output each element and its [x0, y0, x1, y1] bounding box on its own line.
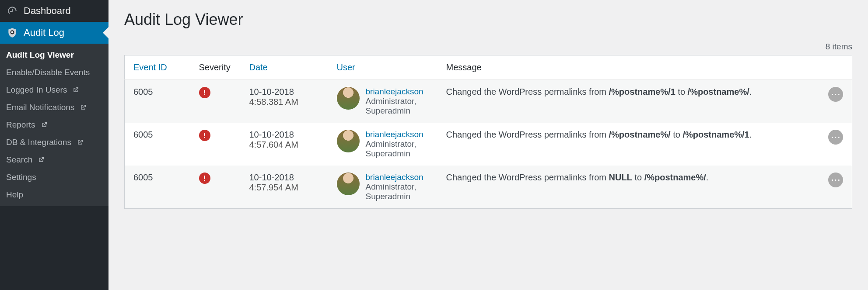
external-link-icon — [38, 156, 45, 163]
cell-date: 10-10-20184:57.604 AM — [241, 123, 328, 166]
subnav-logged-in-users[interactable]: Logged In Users — [0, 81, 108, 99]
col-user[interactable]: User — [328, 55, 438, 80]
cell-actions: ⋯ — [819, 80, 852, 123]
time-value: 4:57.604 AM — [249, 140, 319, 150]
cell-user: brianleejacksonAdministrator, Superadmin — [328, 166, 438, 209]
subnav-label: Reports — [6, 120, 35, 130]
items-count: 8 items — [124, 42, 852, 52]
message-part: . — [706, 173, 709, 182]
cell-event-id: 6005 — [125, 80, 190, 123]
main-content: Audit Log Viewer 8 items Event ID Severi… — [108, 0, 868, 290]
message-part: to — [671, 130, 683, 139]
sidebar-top-nav: Dashboard Audit Log — [0, 0, 108, 44]
subnav-enable-disable-events[interactable]: Enable/Disable Events — [0, 64, 108, 81]
avatar — [337, 173, 360, 195]
subnav-help[interactable]: Help — [0, 186, 108, 204]
subnav-label: Settings — [6, 173, 36, 182]
message-part: . — [749, 87, 752, 97]
subnav-label: Enable/Disable Events — [6, 68, 90, 77]
message-part: /%postname%/ — [609, 130, 671, 139]
table-row: 6005!10-10-20184:58.381 AMbrianleejackso… — [125, 80, 852, 123]
severity-critical-icon: ! — [199, 87, 210, 98]
message-part: to — [676, 87, 688, 97]
col-actions — [819, 55, 852, 80]
col-date[interactable]: Date — [241, 55, 328, 80]
sidebar-item-dashboard[interactable]: Dashboard — [0, 0, 108, 22]
subnav-label: Audit Log Viewer — [6, 50, 74, 60]
row-actions-button[interactable]: ⋯ — [828, 173, 843, 187]
message-part: to — [632, 173, 644, 182]
message-part: NULL — [609, 173, 632, 182]
table-row: 6005!10-10-20184:57.954 AMbrianleejackso… — [125, 166, 852, 209]
subnav-label: Search — [6, 155, 32, 165]
cell-user: brianleejacksonAdministrator, Superadmin — [328, 80, 438, 123]
user-name-link[interactable]: brianleejackson — [366, 87, 429, 97]
sidebar-item-label: Dashboard — [24, 5, 71, 17]
user-name-link[interactable]: brianleejackson — [366, 173, 429, 182]
external-link-icon — [77, 139, 84, 146]
user-role: Administrator, Superadmin — [366, 182, 429, 201]
message-part: /%postname%/1 — [682, 130, 749, 139]
subnav-search[interactable]: Search — [0, 151, 108, 169]
message-part: Changed the WordPress permalinks from — [446, 173, 609, 182]
time-value: 4:58.381 AM — [249, 97, 319, 107]
cell-severity: ! — [190, 123, 241, 166]
cell-message: Changed the WordPress permalinks from /%… — [438, 123, 820, 166]
severity-critical-icon: ! — [199, 173, 210, 184]
cell-user: brianleejacksonAdministrator, Superadmin — [328, 123, 438, 166]
user-name-link[interactable]: brianleejackson — [366, 130, 429, 139]
message-part: Changed the WordPress permalinks from — [446, 130, 609, 139]
row-actions-button[interactable]: ⋯ — [828, 130, 843, 145]
subnav-label: Logged In Users — [6, 85, 67, 95]
sidebar-item-label: Audit Log — [24, 27, 64, 38]
sidebar-sub-nav: Audit Log ViewerEnable/Disable EventsLog… — [0, 44, 108, 206]
message-part: /%postname%/ — [688, 87, 749, 97]
cell-event-id: 6005 — [125, 123, 190, 166]
cell-date: 10-10-20184:58.381 AM — [241, 80, 328, 123]
row-actions-button[interactable]: ⋯ — [828, 87, 843, 102]
subnav-settings[interactable]: Settings — [0, 169, 108, 186]
message-part: /%postname%/1 — [609, 87, 676, 97]
message-part: /%postname%/ — [644, 173, 706, 182]
col-message: Message — [438, 55, 820, 80]
avatar — [337, 87, 360, 110]
cell-severity: ! — [190, 166, 241, 209]
subnav-label: Email Notifications — [6, 103, 74, 112]
svg-point-1 — [11, 31, 14, 34]
subnav-reports[interactable]: Reports — [0, 116, 108, 134]
sidebar-item-audit-log[interactable]: Audit Log — [0, 22, 108, 44]
col-event-id[interactable]: Event ID — [125, 55, 190, 80]
avatar — [337, 130, 360, 152]
shield-icon — [6, 27, 18, 38]
cell-message: Changed the WordPress permalinks from /%… — [438, 80, 820, 123]
page-title: Audit Log Viewer — [124, 10, 852, 29]
date-value: 10-10-2018 — [249, 130, 319, 140]
date-value: 10-10-2018 — [249, 173, 319, 183]
cell-date: 10-10-20184:57.954 AM — [241, 166, 328, 209]
admin-sidebar: Dashboard Audit Log Audit Log ViewerEnab… — [0, 0, 108, 290]
message-part: Changed the WordPress permalinks from — [446, 87, 609, 97]
subnav-label: Help — [6, 190, 23, 200]
cell-actions: ⋯ — [819, 166, 852, 209]
cell-event-id: 6005 — [125, 166, 190, 209]
severity-critical-icon: ! — [199, 130, 210, 141]
subnav-email-notifications[interactable]: Email Notifications — [0, 99, 108, 116]
col-severity: Severity — [190, 55, 241, 80]
external-link-icon — [80, 104, 87, 111]
external-link-icon — [41, 121, 48, 128]
time-value: 4:57.954 AM — [249, 183, 319, 193]
user-role: Administrator, Superadmin — [366, 97, 429, 116]
external-link-icon — [72, 86, 79, 93]
user-role: Administrator, Superadmin — [366, 139, 429, 159]
audit-log-table: Event ID Severity Date User Message 6005… — [124, 55, 852, 209]
subnav-label: DB & Integrations — [6, 138, 71, 147]
message-part: . — [749, 130, 752, 139]
cell-actions: ⋯ — [819, 123, 852, 166]
cell-message: Changed the WordPress permalinks from NU… — [438, 166, 820, 209]
gauge-icon — [6, 5, 18, 17]
date-value: 10-10-2018 — [249, 87, 319, 97]
cell-severity: ! — [190, 80, 241, 123]
subnav-audit-log-viewer[interactable]: Audit Log Viewer — [0, 46, 108, 64]
subnav-db-integrations[interactable]: DB & Integrations — [0, 134, 108, 151]
table-row: 6005!10-10-20184:57.604 AMbrianleejackso… — [125, 123, 852, 166]
